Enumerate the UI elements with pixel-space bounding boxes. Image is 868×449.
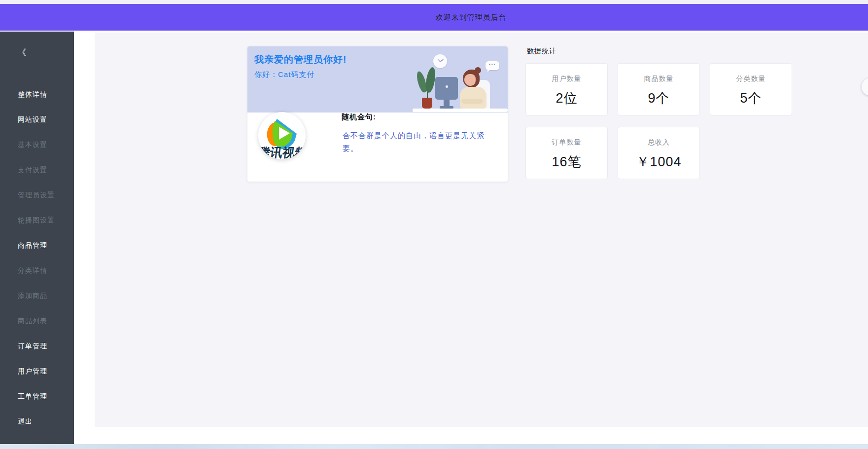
sidebar-item-add-product[interactable]: 添加商品 xyxy=(0,283,74,308)
sidebar-item-user-management[interactable]: 用户管理 xyxy=(0,359,74,384)
sidebar-menu: 整体详情 网站设置 基本设置 支付设置 管理员设置 轮播图设置 商品管理 分类详… xyxy=(0,82,74,434)
sidebar-item-overall-details[interactable]: 整体详情 xyxy=(0,82,74,107)
woman-illustration xyxy=(475,67,481,74)
monitor-illustration xyxy=(444,100,450,107)
sidebar-item-logout[interactable]: 退出 xyxy=(0,409,74,434)
sidebar-item-payment-settings[interactable]: 支付设置 xyxy=(0,157,74,183)
stat-label: 订单数量 xyxy=(552,138,582,147)
tencent-video-logo: 腾讯视频 xyxy=(258,112,306,159)
plant-pot-illustration xyxy=(422,98,432,109)
welcome-banner: 我亲爱的管理员你好! 你好：Cat码支付 ··· xyxy=(247,46,508,112)
welcome-title: 我亲爱的管理员你好! xyxy=(254,53,347,66)
welcome-card: 我亲爱的管理员你好! 你好：Cat码支付 ··· xyxy=(247,46,508,182)
stat-value: 2位 xyxy=(556,89,577,107)
header-bar: 欢迎来到管理员后台 xyxy=(0,4,868,31)
sidebar-item-category-details[interactable]: 分类详情 xyxy=(0,258,74,283)
stat-value: ￥1004 xyxy=(636,153,681,171)
monitor-illustration xyxy=(435,77,458,100)
sidebar-item-ticket-management[interactable]: 工单管理 xyxy=(0,384,74,409)
stat-label: 商品数量 xyxy=(644,75,674,83)
stat-label: 用户数量 xyxy=(552,75,582,83)
sidebar-collapse-icon[interactable]: 《 xyxy=(0,45,74,67)
stat-card-orders: 订单数量 16笔 xyxy=(525,127,608,179)
quote-text: 合不合群是个人的自由，谣言更是无关紧要。 xyxy=(343,129,486,155)
stats-section-title: 数据统计 xyxy=(527,47,556,56)
woman-illustration xyxy=(461,99,483,104)
sidebar: 《 整体详情 网站设置 基本设置 支付设置 管理员设置 轮播图设置 商品管理 分… xyxy=(0,32,74,445)
woman-illustration xyxy=(464,74,476,86)
stat-card-categories: 分类数量 5个 xyxy=(710,63,792,115)
stat-card-revenue: 总收入 ￥1004 xyxy=(618,127,700,179)
sidebar-item-admin-settings[interactable]: 管理员设置 xyxy=(0,183,74,208)
welcome-greeting: 你好：Cat码支付 xyxy=(254,70,314,79)
window-top-strip xyxy=(0,0,868,4)
page-title: 欢迎来到管理员后台 xyxy=(436,13,507,22)
sidebar-item-product-management[interactable]: 商品管理 xyxy=(0,233,74,258)
clock-icon xyxy=(433,54,447,68)
stat-value: 5个 xyxy=(740,89,762,107)
tencent-video-logo-text: 腾讯视频 xyxy=(258,145,306,159)
sidebar-item-basic-settings[interactable]: 基本设置 xyxy=(0,132,74,157)
stat-value: 16笔 xyxy=(552,153,581,171)
stat-card-users: 用户数量 2位 xyxy=(525,63,608,115)
stat-label: 分类数量 xyxy=(736,75,766,83)
stat-value: 9个 xyxy=(648,89,669,107)
stat-card-products: 商品数量 9个 xyxy=(618,63,700,115)
sidebar-item-website-settings[interactable]: 网站设置 xyxy=(0,107,74,132)
woman-illustration xyxy=(460,87,486,109)
quote-heading: 随机金句: xyxy=(342,112,376,122)
desk-illustration xyxy=(413,109,508,112)
sidebar-item-order-management[interactable]: 订单管理 xyxy=(0,334,74,359)
sidebar-item-product-list[interactable]: 商品列表 xyxy=(0,308,74,334)
taskbar-edge-strip xyxy=(0,444,868,449)
sidebar-item-carousel-settings[interactable]: 轮播图设置 xyxy=(0,208,74,233)
speech-bubble-icon: ··· xyxy=(486,61,499,70)
app-window: 欢迎来到管理员后台 《 整体详情 网站设置 基本设置 支付设置 管理员设置 轮播… xyxy=(0,0,868,449)
stat-label: 总收入 xyxy=(648,138,670,147)
